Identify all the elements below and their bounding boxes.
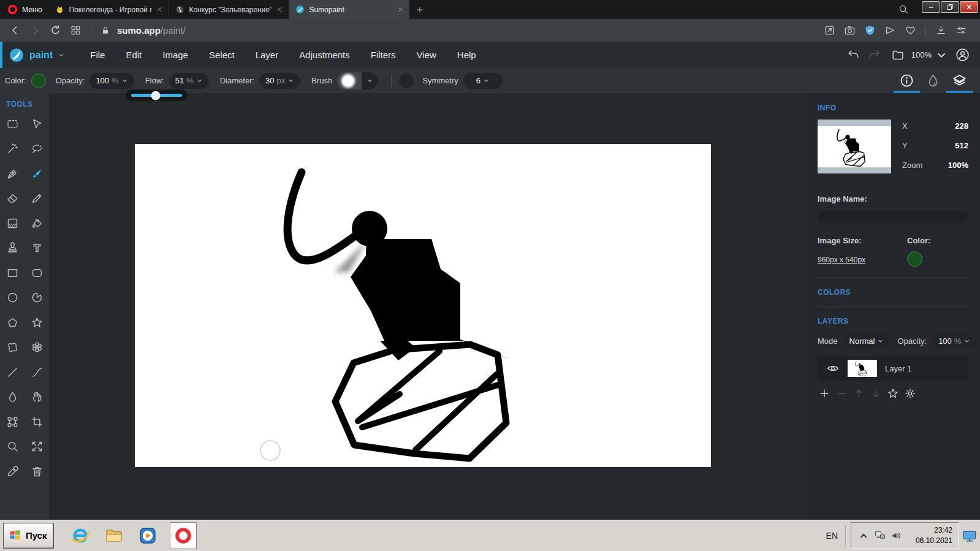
window-close-button[interactable] xyxy=(960,1,978,13)
network-icon[interactable] xyxy=(874,530,886,542)
tool-paintbrush[interactable] xyxy=(25,161,49,186)
flow-slider[interactable] xyxy=(126,89,188,101)
panel-color-swatch[interactable] xyxy=(907,251,922,267)
tool-trash[interactable] xyxy=(25,459,49,484)
url-field[interactable]: sumo.app/paint/ xyxy=(117,25,186,36)
undo-icon[interactable] xyxy=(847,48,860,62)
forward-icon[interactable] xyxy=(29,25,41,36)
window-minimize-button[interactable] xyxy=(922,1,940,13)
tool-pie[interactable] xyxy=(25,286,49,311)
send-icon[interactable] xyxy=(884,25,896,36)
menu-help[interactable]: Help xyxy=(447,50,487,60)
tool-star[interactable] xyxy=(25,310,49,335)
info-panel-toggle[interactable] xyxy=(894,68,920,93)
flow-slider-thumb[interactable] xyxy=(151,91,160,100)
menu-image[interactable]: Image xyxy=(152,50,199,60)
tool-smudge[interactable] xyxy=(25,385,49,410)
tool-text[interactable] xyxy=(25,236,49,261)
taskbar-app-file-explorer[interactable] xyxy=(102,524,126,547)
tray-clock[interactable]: 23:42 06.10.2021 xyxy=(907,525,952,545)
taskbar-app-internet-explorer[interactable] xyxy=(69,524,92,547)
tool-clone-stamp[interactable] xyxy=(0,236,25,261)
zoom-control[interactable]: 100% xyxy=(911,48,948,62)
tool-magic-wand[interactable] xyxy=(0,137,25,162)
tool-polygon[interactable] xyxy=(0,310,25,335)
menu-file[interactable]: File xyxy=(80,50,115,60)
snapshot-icon[interactable] xyxy=(844,25,856,36)
droplet-panel-toggle[interactable] xyxy=(920,68,946,93)
tab-close-icon[interactable] xyxy=(397,6,405,13)
eye-icon[interactable] xyxy=(826,362,840,375)
window-maximize-button[interactable] xyxy=(941,1,959,13)
pinboard-icon[interactable] xyxy=(824,25,835,36)
tool-fullscreen[interactable] xyxy=(25,435,49,460)
tray-chevron-icon[interactable] xyxy=(857,530,870,542)
tool-symmetry[interactable] xyxy=(25,335,49,360)
tool-curve[interactable] xyxy=(25,360,49,385)
tune-icon[interactable] xyxy=(955,25,967,36)
tool-pencil[interactable] xyxy=(25,186,49,211)
start-button[interactable]: Пуск xyxy=(3,523,54,549)
tool-rect-marquee[interactable] xyxy=(0,112,25,137)
browser-tab-1[interactable]: Покелегенда - Игровой мир. xyxy=(49,0,169,19)
tool-ellipse[interactable] xyxy=(0,286,25,311)
color-swatch[interactable] xyxy=(31,74,46,88)
menu-adjustments[interactable]: Adjustments xyxy=(289,50,360,60)
new-tab-button[interactable] xyxy=(409,0,430,19)
volume-icon[interactable] xyxy=(891,530,903,542)
remove-layer-button[interactable] xyxy=(835,387,848,400)
shield-check-icon[interactable] xyxy=(864,25,876,36)
layers-heading[interactable]: LAYERS xyxy=(818,317,968,325)
browser-tab-3[interactable]: Sumopaint xyxy=(289,0,409,19)
menu-filters[interactable]: Filters xyxy=(360,50,406,60)
language-indicator[interactable]: EN xyxy=(826,531,838,541)
tool-paint-bucket[interactable] xyxy=(25,211,49,236)
opacity-select[interactable]: 100 % xyxy=(89,73,134,89)
image-size-link[interactable]: 960px x 540px xyxy=(818,256,865,264)
menu-select[interactable]: Select xyxy=(199,50,245,60)
tab-close-icon[interactable] xyxy=(156,6,164,13)
image-name-input[interactable] xyxy=(818,211,968,223)
opera-menu-button[interactable]: Меню xyxy=(0,0,49,19)
layer-settings-button[interactable] xyxy=(904,387,916,400)
move-layer-up-button[interactable] xyxy=(853,387,865,400)
redo-icon[interactable] xyxy=(867,48,881,62)
show-desktop-button[interactable] xyxy=(962,528,978,544)
tool-line[interactable] xyxy=(0,360,25,385)
tool-move-arrow[interactable] xyxy=(25,112,49,137)
tool-pattern[interactable] xyxy=(0,211,25,236)
tool-rectangle[interactable] xyxy=(0,260,25,286)
tab-close-icon[interactable] xyxy=(276,6,284,13)
menu-edit[interactable]: Edit xyxy=(115,50,152,60)
add-layer-button[interactable] xyxy=(818,387,830,400)
tool-crop[interactable] xyxy=(25,409,49,435)
flow-select[interactable]: 51 % xyxy=(169,73,209,89)
brush-select[interactable] xyxy=(337,72,378,89)
tool-eraser[interactable] xyxy=(0,186,25,211)
layer-opacity-select[interactable]: 100 % xyxy=(933,333,976,348)
tool-transform[interactable] xyxy=(0,409,25,435)
download-icon[interactable] xyxy=(935,25,947,36)
move-layer-down-button[interactable] xyxy=(870,387,882,400)
diameter-select[interactable]: 30 px xyxy=(259,73,300,89)
open-file-icon[interactable] xyxy=(891,48,905,62)
tool-blur-drop[interactable] xyxy=(0,385,25,410)
symmetry-toggle[interactable] xyxy=(399,74,414,88)
menu-view[interactable]: View xyxy=(406,50,447,60)
tool-freeform[interactable] xyxy=(0,335,25,360)
taskbar-app-opera[interactable] xyxy=(170,522,197,549)
colors-heading[interactable]: COLORS xyxy=(818,288,968,297)
canvas-preview[interactable] xyxy=(818,120,891,173)
browser-tab-2[interactable]: Конкурс "Зельеварение" - П xyxy=(169,0,289,19)
tool-lasso[interactable] xyxy=(25,137,49,162)
layer-row[interactable]: Layer 1 xyxy=(818,356,968,381)
reload-icon[interactable] xyxy=(50,25,61,36)
taskbar-app-media-player[interactable] xyxy=(136,524,159,547)
flow-slider-track[interactable] xyxy=(131,94,182,97)
tool-eyedropper[interactable] xyxy=(0,459,25,484)
blend-mode-select[interactable]: Normal xyxy=(844,333,890,348)
symmetry-select[interactable]: 6 xyxy=(463,73,503,89)
heart-icon[interactable] xyxy=(905,25,916,36)
lock-icon[interactable] xyxy=(101,26,110,36)
tool-zoom[interactable] xyxy=(0,435,25,460)
